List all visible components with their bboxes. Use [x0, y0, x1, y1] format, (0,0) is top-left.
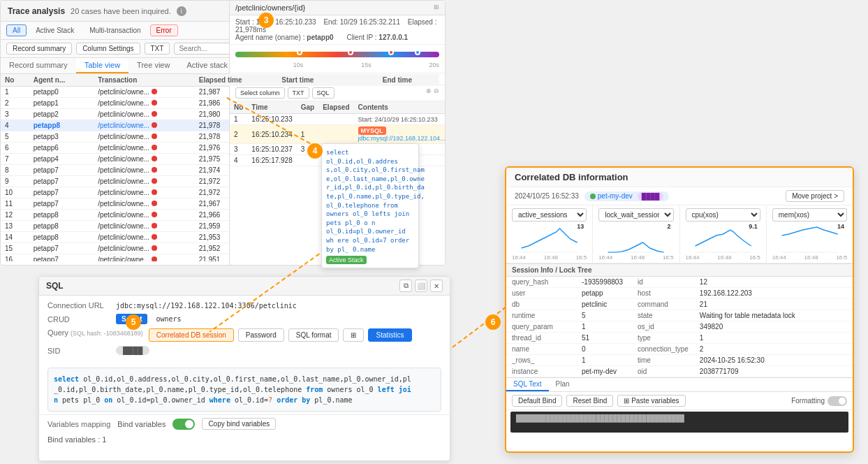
col-end: End time: [378, 74, 439, 87]
panel-duplicate-button[interactable]: ⧉: [399, 280, 412, 292]
bind-variables-label: Bind variables: [117, 420, 165, 428]
active-stack-badge: Active Stack: [326, 256, 367, 264]
info-icon: i: [177, 6, 186, 16]
timeline-bar: 10s15s20s: [230, 45, 445, 73]
panel-close-button[interactable]: ✕: [430, 280, 443, 292]
col-agent: Agent n...: [29, 74, 94, 87]
panel-controls: ⧉ ⬜ ✕: [399, 280, 443, 292]
column-settings-button[interactable]: Column Settings: [76, 43, 140, 55]
chart-cpu: cpu(xos) 9.1 16:4416:4816:5: [680, 205, 767, 263]
connection-url-value: jdbc:mysql://192.168.122.104:3306/petcli…: [116, 302, 297, 310]
statistics-button[interactable]: Statistics: [368, 328, 411, 342]
filter-tab-all[interactable]: All: [6, 24, 27, 36]
col-transaction: Transaction: [94, 74, 195, 87]
session-row: query_hash-1935998803id12: [506, 277, 853, 288]
crud-label: CRUD: [47, 315, 110, 324]
sql-content: Connection URL jdbc:mysql://192.168.122.…: [39, 296, 450, 365]
corr-title: Correlated DB information: [515, 172, 628, 182]
sql-actions: Correlated DB session Password SQL forma…: [149, 328, 412, 342]
password-button[interactable]: Password: [238, 328, 284, 342]
connection-url-label: Connection URL: [47, 301, 110, 310]
col-elapsed: Elapsed time: [195, 74, 277, 87]
session-row: name0connection_type2: [506, 344, 853, 355]
session-row: thread_id51type1: [506, 333, 853, 344]
charts-row: active_sessions 13 16:4416:4816:5 lock_w…: [506, 205, 853, 263]
badge-6: 6: [485, 314, 501, 330]
paste-variables-button[interactable]: ⊞ Paste variables: [617, 395, 685, 407]
filter-tab-error[interactable]: Error: [150, 24, 178, 36]
trace-subtitle: 20 cases have been inquired.: [71, 7, 171, 15]
copy-bind-variables-button[interactable]: Copy bind variables: [202, 418, 276, 430]
tab-tree-view[interactable]: Tree view: [128, 58, 178, 73]
select-column-button[interactable]: Select column: [235, 87, 285, 99]
chart-area-1: 13 16:4416:4816:5: [512, 222, 587, 260]
main-wrapper: 3 4 5 6 Trace analysis 20 cases have bee…: [0, 0, 868, 464]
chart-active-sessions: active_sessions 13 16:4416:4816:5: [506, 205, 593, 263]
session-row: userpetapphost192.168.122.203: [506, 288, 853, 299]
sql-panel: SQL ⧉ ⬜ ✕ Connection URL jdbc:mysql://19…: [38, 276, 450, 461]
chart-selector-1[interactable]: active_sessions: [512, 208, 587, 222]
sql-button[interactable]: SQL: [312, 87, 334, 99]
session-row: runtime5stateWaiting for table metadata …: [506, 310, 853, 321]
sql-text-content: ████████████████████████████████████████: [510, 412, 848, 433]
chart-mem: mem(xos) 14 16:4416:4816:5: [767, 205, 853, 263]
sql-panel-header: SQL ⧉ ⬜ ✕: [39, 277, 450, 296]
sid-label: SID: [47, 347, 110, 355]
variables-mapping-label: Variables mapping: [47, 420, 110, 428]
sql-text-plan-tabs: SQL Text Plan: [506, 377, 853, 392]
chart-selector-2[interactable]: lock_wait_sessions: [598, 208, 673, 222]
correlated-db-session-button[interactable]: Correlated DB session: [149, 328, 234, 342]
session-row: instancepet-my-devoid2038771709: [506, 366, 853, 377]
col-start: Start time: [277, 74, 378, 87]
session-table-wrap: query_hash-1935998803id12 userpetapphost…: [506, 277, 853, 377]
sql-tooltip: select ol_0.id,ol_0.addres s,ol_0.city,o…: [321, 143, 419, 268]
instance-badge: pet-my-dev ████: [584, 191, 670, 201]
chart-area-3: 9.1 16:4416:4816:5: [686, 222, 760, 260]
session-row: dbpetcliniccommand21: [506, 299, 853, 310]
tab-active-stack[interactable]: Active stack: [178, 58, 236, 73]
correlated-panel: Correlated DB information 2024/10/25 16:…: [505, 166, 854, 453]
filter-tab-active-stack[interactable]: Active Stack: [29, 24, 80, 36]
session-row: query_param1os_id349820: [506, 321, 853, 333]
formatting-toggle-switch[interactable]: [827, 396, 847, 406]
sql-panel-title: SQL: [46, 281, 64, 291]
copy-sql-button[interactable]: ⊞: [343, 328, 364, 342]
chart-area-2: 2 16:4416:4816:5: [598, 222, 673, 260]
sql-format-button[interactable]: SQL format: [288, 328, 339, 342]
bind-count: Bind variables : 1: [39, 433, 450, 447]
record-summary-button[interactable]: Record summary: [6, 43, 72, 55]
instance-value: pet-my-dev: [598, 192, 633, 200]
txt-button[interactable]: TXT: [288, 87, 309, 99]
tab-table-view[interactable]: Table view: [76, 58, 128, 73]
bind-toggle[interactable]: [172, 419, 195, 430]
badge-3: 3: [258, 13, 274, 28]
detail-toolbar: Select column TXT SQL ⊕ ⊖: [230, 85, 445, 101]
detail-row[interactable]: 216:25:10.2341 MYSQL jdbc:mysql://192.16…: [230, 125, 445, 144]
chart-lock-wait: lock_wait_sessions 2 16:4416:4816:5: [593, 205, 679, 263]
corr-header: Correlated DB information: [506, 168, 853, 187]
chart-area-4: 14 16:4416:4816:5: [772, 222, 847, 260]
session-row: _rows_1time2024-10-25 16:52:30: [506, 355, 853, 366]
move-project-button[interactable]: Move project >: [786, 190, 844, 202]
tab-sql-text[interactable]: SQL Text: [506, 378, 549, 391]
sid-value: ████: [116, 346, 149, 355]
corr-meta: 2024/10/25 16:52:33 pet-my-dev ████ Move…: [506, 187, 853, 205]
sql-tab-toolbar: Default Bind Reset Bind ⊞ Paste variable…: [506, 392, 853, 410]
panel-expand-button[interactable]: ⬜: [415, 280, 427, 292]
chart-selector-3[interactable]: cpu(xos): [686, 208, 760, 222]
query-area: select ol_0.id,ol_0.address,ol_0.city,ol…: [47, 368, 441, 412]
filter-tab-multi-tx[interactable]: Multi-transaction: [83, 24, 147, 36]
txt-export-button[interactable]: TXT: [145, 43, 170, 55]
tab-record-summary[interactable]: Record summary: [1, 58, 76, 73]
badge-5: 5: [126, 314, 141, 330]
tab-plan[interactable]: Plan: [549, 378, 577, 391]
detail-row[interactable]: 116:25:10.233 Start: 24/10/29 16:25:10.2…: [230, 114, 445, 125]
default-bind-button[interactable]: Default Bind: [512, 395, 562, 407]
col-no: No: [1, 74, 29, 87]
formatting-toggle: Formatting: [791, 396, 847, 406]
sql-bottom-row: Variables mapping Bind variables Copy bi…: [39, 414, 450, 433]
trace-title: Trace analysis: [8, 6, 65, 16]
crud-table: owners: [156, 315, 181, 323]
reset-bind-button[interactable]: Reset Bind: [566, 395, 613, 407]
chart-selector-4[interactable]: mem(xos): [772, 208, 847, 222]
